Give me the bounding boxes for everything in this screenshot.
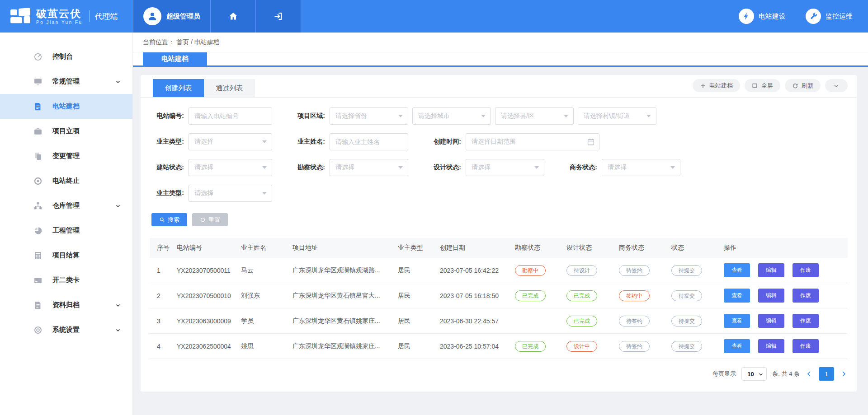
- business-status-pill: 待签约: [619, 265, 650, 276]
- brand-logo-area[interactable]: 破茧云伏 Po Jian Yun Fu 代理端: [0, 0, 133, 33]
- home-button[interactable]: [211, 0, 256, 33]
- void-button[interactable]: 作废: [793, 289, 819, 303]
- station-no-input[interactable]: [189, 107, 272, 125]
- cell-no: 2: [150, 283, 173, 308]
- reset-button[interactable]: 重置: [192, 213, 228, 226]
- survey-status-select[interactable]: 请选择: [330, 159, 408, 176]
- sidebar-item-label: 开二类卡: [52, 276, 80, 284]
- card-head: 创建列表 通过列表 电站建档: [141, 75, 857, 98]
- owner-name-input[interactable]: [330, 133, 408, 150]
- view-button[interactable]: 查看: [724, 289, 750, 303]
- cell-created: 2023-06-30 22:45:57: [436, 308, 511, 334]
- field-survey-status: 勘察状态: 请选择: [292, 159, 408, 176]
- void-button[interactable]: 作废: [793, 339, 819, 353]
- cell-owner: 马云: [237, 258, 289, 283]
- sidebar-item-system-settings[interactable]: 系统设置: [0, 317, 132, 342]
- user-menu[interactable]: 超级管理员: [133, 0, 211, 33]
- town-select[interactable]: 请选择村镇/街道: [578, 107, 656, 125]
- sidebar-item-engineering-mgmt[interactable]: 工程管理: [0, 218, 132, 243]
- province-select[interactable]: 请选择省份: [330, 107, 408, 125]
- col-header-status: 状态: [668, 238, 720, 258]
- field-owner-type-2: 业主类型: 请选择: [151, 185, 272, 202]
- fullscreen-button[interactable]: 全屏: [745, 79, 780, 92]
- refresh-button[interactable]: 刷新: [785, 79, 821, 92]
- page-tab-station-archive[interactable]: 电站建档: [143, 52, 207, 65]
- prev-page-button[interactable]: [805, 370, 813, 378]
- edit-button[interactable]: 编辑: [758, 263, 784, 277]
- void-button[interactable]: 作废: [793, 314, 819, 328]
- total-count-label: 条, 共 4 条: [772, 370, 800, 378]
- edit-button[interactable]: 编辑: [758, 339, 784, 353]
- per-page-select[interactable]: 10: [741, 367, 767, 381]
- nav-monitor-ops[interactable]: 监控运维: [806, 9, 853, 24]
- next-page-button[interactable]: [840, 370, 848, 378]
- sidebar-item-label: 仓库管理: [52, 201, 80, 210]
- cell-type: 居民: [394, 308, 436, 334]
- view-button[interactable]: 查看: [724, 263, 750, 277]
- sidebar-item-project-initiation[interactable]: 项目立项: [0, 119, 132, 144]
- sidebar-item-general-mgmt[interactable]: 常规管理: [0, 69, 132, 94]
- filter-row-1: 电站编号: 项目区域: 请选择省份 请选择城市: [151, 107, 857, 125]
- view-button[interactable]: 查看: [724, 314, 750, 328]
- design-status-pill: 已完成: [566, 316, 597, 326]
- city-select[interactable]: 请选择城市: [412, 107, 491, 125]
- county-select[interactable]: 请选择县/区: [495, 107, 574, 125]
- sidebar-item-dashboard[interactable]: 控制台: [0, 44, 132, 69]
- copy-icon: [33, 152, 42, 161]
- owner-type2-select[interactable]: 请选择: [189, 185, 272, 202]
- tab-passed-list[interactable]: 通过列表: [204, 79, 255, 97]
- sidebar-item-data-archive[interactable]: 资料归档: [0, 293, 132, 317]
- home-icon: [228, 11, 238, 21]
- nav-station-build[interactable]: 电站建设: [739, 9, 786, 24]
- create-station-button[interactable]: 电站建档: [693, 79, 740, 92]
- owner-type-placeholder: 请选择: [194, 138, 213, 146]
- caret-down-icon: [534, 166, 539, 169]
- search-button[interactable]: 搜索: [151, 213, 187, 226]
- lightning-icon: [739, 9, 754, 24]
- sidebar-item-label: 项目立项: [52, 127, 80, 135]
- calculator-icon: [33, 251, 42, 260]
- sidebar-item-warehouse-mgmt[interactable]: 仓库管理: [0, 193, 132, 218]
- chevron-down-icon: [115, 303, 121, 308]
- caret-down-icon: [262, 192, 267, 195]
- business-status-select[interactable]: 请选择: [602, 159, 680, 176]
- sidebar-item-label: 项目结算: [52, 251, 80, 260]
- region-label: 项目区域:: [292, 112, 325, 120]
- field-owner-type: 业主类型: 请选择: [151, 133, 272, 150]
- edit-button[interactable]: 编辑: [758, 289, 784, 303]
- design-status-select[interactable]: 请选择: [466, 159, 544, 176]
- logout-button[interactable]: [256, 0, 301, 33]
- sidebar-item-project-settlement[interactable]: 项目结算: [0, 243, 132, 268]
- business-status-placeholder: 请选择: [608, 163, 627, 172]
- owner-name-label: 业主姓名:: [292, 138, 325, 146]
- owner-type2-label: 业主类型:: [151, 189, 184, 197]
- main-area: 当前位置： 首页 / 电站建档 电站建档 创建列表 通过列表: [133, 33, 868, 415]
- filter-row-3: 建站状态: 请选择 勘察状态: 请选择: [151, 159, 857, 176]
- edit-button[interactable]: 编辑: [758, 314, 784, 328]
- field-create-time: 创建时间: 请选择日期范围: [429, 133, 599, 150]
- owner-type-select[interactable]: 请选择: [189, 133, 272, 150]
- void-button[interactable]: 作废: [793, 263, 819, 277]
- view-button[interactable]: 查看: [724, 339, 750, 353]
- page-number-1[interactable]: 1: [819, 367, 834, 381]
- sidebar-item-open-card[interactable]: 开二类卡: [0, 268, 132, 293]
- collapse-toolbar-button[interactable]: [825, 79, 848, 92]
- col-header-owner: 业主姓名: [237, 238, 289, 258]
- build-status-select[interactable]: 请选择: [189, 159, 272, 176]
- city-placeholder: 请选择城市: [418, 112, 450, 120]
- tab-create-list[interactable]: 创建列表: [153, 79, 204, 97]
- brand-name: 破茧云伏: [36, 8, 81, 19]
- target-icon: [33, 177, 42, 186]
- reset-icon: [200, 217, 206, 223]
- col-header-actions: 操作: [720, 238, 848, 258]
- design-status-pill: 设计中: [566, 341, 597, 352]
- sidebar-item-change-mgmt[interactable]: 变更管理: [0, 144, 132, 168]
- sidebar-item-station-archive[interactable]: 电站建档: [0, 94, 132, 119]
- table-row: 4 YX2023062500004 姚思 广东深圳龙华区观澜镇姚家庄... 居民…: [150, 334, 848, 359]
- design-status-label: 设计状态:: [429, 163, 461, 172]
- date-range-picker[interactable]: 请选择日期范围: [466, 133, 599, 150]
- chevron-down-icon: [115, 79, 121, 84]
- business-status-pill: 待签约: [619, 341, 650, 352]
- brand-side-label: 代理端: [95, 11, 118, 22]
- sidebar-item-station-terminate[interactable]: 电站终止: [0, 168, 132, 193]
